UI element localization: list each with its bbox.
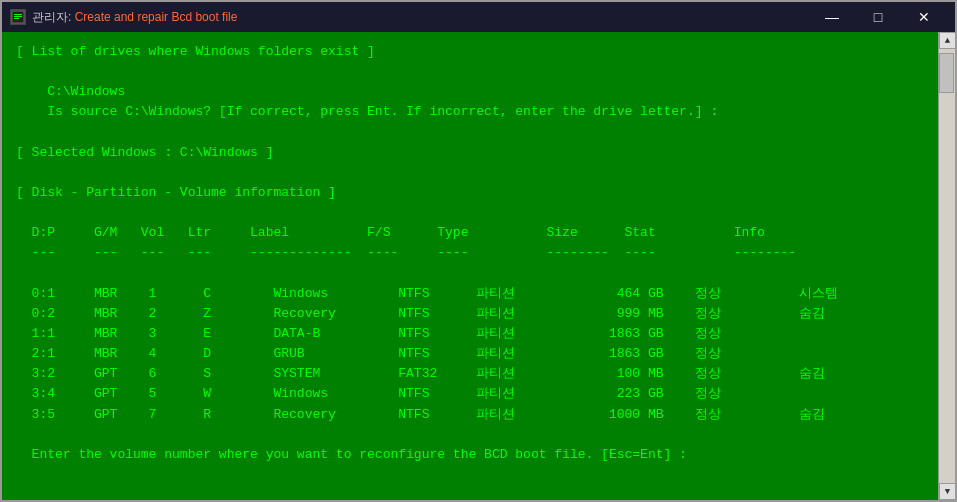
window-content: [ List of drives where Windows folders e… (2, 32, 955, 500)
maximize-button[interactable]: □ (855, 2, 901, 32)
scroll-thumb[interactable] (939, 53, 954, 93)
scroll-up-button[interactable]: ▲ (939, 32, 955, 49)
svg-rect-1 (14, 14, 22, 15)
minimize-button[interactable]: — (809, 2, 855, 32)
svg-rect-3 (14, 18, 19, 19)
admin-label: 관리자: (32, 10, 75, 24)
scroll-down-button[interactable]: ▼ (939, 483, 955, 500)
window-icon (10, 9, 26, 25)
svg-rect-2 (14, 16, 22, 17)
terminal-area[interactable]: [ List of drives where Windows folders e… (2, 32, 938, 500)
window-title: Create and repair Bcd boot file (75, 10, 238, 24)
scroll-track[interactable] (939, 49, 955, 483)
title-bar-text: 관리자: Create and repair Bcd boot file (32, 9, 809, 26)
title-bar-buttons: — □ ✕ (809, 2, 947, 32)
main-window: 관리자: Create and repair Bcd boot file — □… (0, 0, 957, 502)
title-bar: 관리자: Create and repair Bcd boot file — □… (2, 2, 955, 32)
close-button[interactable]: ✕ (901, 2, 947, 32)
scrollbar: ▲ ▼ (938, 32, 955, 500)
